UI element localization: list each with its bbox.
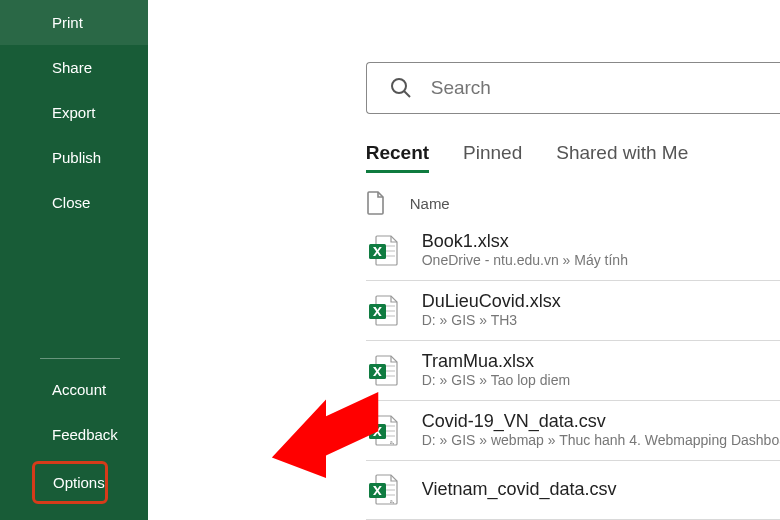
file-name: DuLieuCovid.xlsx — [422, 291, 561, 312]
file-path: D: » GIS » Tao lop diem — [422, 372, 570, 388]
file-row[interactable]: a, Covid-19_VN_data.csv D: » GIS » webma… — [366, 401, 780, 461]
sidebar-bottom-group: Account Feedback Options — [0, 348, 148, 520]
file-name: Covid-19_VN_data.csv — [422, 411, 780, 432]
file-info: Covid-19_VN_data.csv D: » GIS » webmap »… — [422, 411, 780, 448]
file-row[interactable]: a, Vietnam_covid_data.csv — [366, 461, 780, 520]
file-path: OneDrive - ntu.edu.vn » Máy tính — [422, 252, 628, 268]
excel-file-icon: a, — [366, 412, 402, 448]
excel-backstage: Print Share Export Publish Close Account… — [0, 0, 780, 520]
file-list-header: Name — [366, 191, 780, 215]
sidebar-item-share[interactable]: Share — [0, 45, 148, 90]
excel-file-icon: a, — [366, 471, 402, 507]
svg-text:a,: a, — [390, 439, 395, 445]
file-path: D: » GIS » TH3 — [422, 312, 561, 328]
document-icon — [366, 191, 386, 215]
file-info: Book1.xlsx OneDrive - ntu.edu.vn » Máy t… — [422, 231, 628, 268]
file-name: TramMua.xlsx — [422, 351, 570, 372]
search-icon — [389, 76, 413, 100]
sidebar-item-options[interactable]: Options — [32, 461, 108, 504]
search-input[interactable] — [431, 77, 780, 99]
file-list: Book1.xlsx OneDrive - ntu.edu.vn » Máy t… — [366, 221, 780, 520]
file-row[interactable]: DuLieuCovid.xlsx D: » GIS » TH3 — [366, 281, 780, 341]
tabs: Recent Pinned Shared with Me — [366, 142, 780, 173]
column-name-label: Name — [410, 195, 450, 212]
sidebar-item-account[interactable]: Account — [0, 367, 148, 412]
tab-pinned[interactable]: Pinned — [463, 142, 522, 173]
file-name: Vietnam_covid_data.csv — [422, 479, 617, 500]
excel-file-icon — [366, 232, 402, 268]
main-pane: Recent Pinned Shared with Me Name Book1.… — [148, 0, 780, 520]
file-info: DuLieuCovid.xlsx D: » GIS » TH3 — [422, 291, 561, 328]
file-path: D: » GIS » webmap » Thuc hanh 4. Webmapp… — [422, 432, 780, 448]
excel-file-icon — [366, 292, 402, 328]
file-row[interactable]: TramMua.xlsx D: » GIS » Tao lop diem — [366, 341, 780, 401]
sidebar-top-group: Print Share Export Publish Close — [0, 0, 148, 225]
sidebar-item-publish[interactable]: Publish — [0, 135, 148, 180]
sidebar-item-close[interactable]: Close — [0, 180, 148, 225]
svg-point-0 — [392, 79, 406, 93]
sidebar-item-feedback[interactable]: Feedback — [0, 412, 148, 457]
sidebar-item-print[interactable]: Print — [0, 0, 148, 45]
svg-line-1 — [404, 91, 410, 97]
sidebar-divider — [40, 358, 120, 359]
tab-shared[interactable]: Shared with Me — [556, 142, 688, 173]
svg-text:a,: a, — [390, 498, 395, 504]
file-info: TramMua.xlsx D: » GIS » Tao lop diem — [422, 351, 570, 388]
file-info: Vietnam_covid_data.csv — [422, 479, 617, 500]
tab-recent[interactable]: Recent — [366, 142, 429, 173]
file-row[interactable]: Book1.xlsx OneDrive - ntu.edu.vn » Máy t… — [366, 221, 780, 281]
excel-file-icon — [366, 352, 402, 388]
search-bar[interactable] — [366, 62, 780, 114]
sidebar-item-export[interactable]: Export — [0, 90, 148, 135]
file-name: Book1.xlsx — [422, 231, 628, 252]
sidebar: Print Share Export Publish Close Account… — [0, 0, 148, 520]
